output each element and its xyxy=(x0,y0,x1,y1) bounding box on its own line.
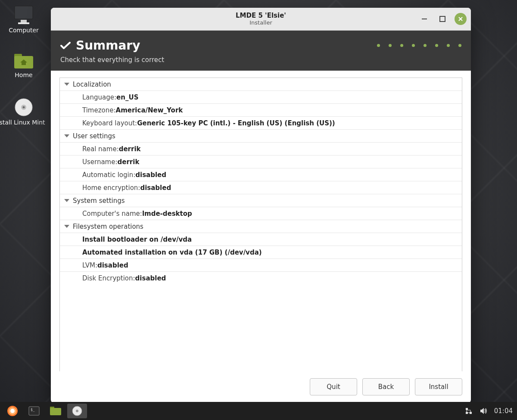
window-titlebar[interactable]: LMDE 5 'Elsie' Installer xyxy=(51,8,471,31)
summary-item-label: Username: xyxy=(82,158,118,166)
desktop-icons: Computer Home Install Linux Mint xyxy=(0,3,47,128)
step-dot xyxy=(389,44,392,47)
taskbar-app-firefox[interactable] xyxy=(3,404,22,418)
summary-item-value: disabled xyxy=(135,171,166,179)
group-row-system-settings[interactable]: System settings xyxy=(60,194,462,207)
files-icon xyxy=(50,406,62,416)
summary-item-value: Generic 105-key PC (intl.) - English (US… xyxy=(137,119,335,127)
svg-point-15 xyxy=(76,410,78,412)
summary-item: Automatic login: disabled xyxy=(60,168,462,181)
summary-item-value: derrik xyxy=(118,158,140,166)
svg-rect-2 xyxy=(18,22,29,24)
summary-item: Username: derrik xyxy=(60,156,462,168)
svg-point-9 xyxy=(10,409,15,413)
summary-item-label: Computer's name: xyxy=(82,210,142,218)
desktop-icon-install[interactable]: Install Linux Mint xyxy=(0,95,47,128)
page-title: Summary xyxy=(76,38,140,53)
svg-rect-16 xyxy=(466,408,468,410)
svg-point-7 xyxy=(23,106,25,109)
svg-rect-17 xyxy=(470,412,472,414)
summary-item: Real name: derrik xyxy=(60,143,462,156)
network-icon[interactable] xyxy=(465,407,473,415)
svg-text:$_: $_ xyxy=(31,408,35,412)
group-label: User settings xyxy=(73,132,115,140)
step-dot xyxy=(447,44,450,47)
desktop-icon-home[interactable]: Home xyxy=(0,50,47,81)
computer-icon xyxy=(13,5,34,25)
summary-item-label: Keyboard layout: xyxy=(82,119,137,127)
summary-item-label: Real name: xyxy=(82,145,119,153)
desktop-icon-label: Home xyxy=(0,72,47,78)
clock[interactable]: 01:04 xyxy=(494,407,513,415)
summary-line: Install bootloader on /dev/vda xyxy=(60,233,462,246)
disc-icon xyxy=(72,406,82,416)
step-dot xyxy=(412,44,415,47)
summary-item-value: disabled xyxy=(135,274,166,282)
window-subtitle: Installer xyxy=(236,19,286,26)
group-label: Filesystem operations xyxy=(73,223,143,230)
summary-item: Language: en_US xyxy=(60,91,462,104)
summary-item-label: LVM: xyxy=(82,261,97,269)
chevron-down-icon xyxy=(64,83,69,86)
summary-item-label: Language: xyxy=(82,93,116,101)
taskbar[interactable]: $_ 01:04 xyxy=(0,402,517,420)
taskbar-app-terminal[interactable]: $_ xyxy=(24,404,44,418)
chevron-down-icon xyxy=(64,134,69,137)
window-title-text: LMDE 5 'Elsie' Installer xyxy=(236,12,286,26)
step-dot xyxy=(377,44,380,47)
summary-item: Keyboard layout: Generic 105-key PC (int… xyxy=(60,117,462,130)
window-controls xyxy=(418,13,467,25)
summary-item: LVM: disabled xyxy=(60,259,462,272)
summary-item-value: disabled xyxy=(140,184,171,192)
firefox-icon xyxy=(7,405,18,417)
close-button[interactable] xyxy=(455,13,467,25)
maximize-button[interactable] xyxy=(436,13,448,25)
group-label: System settings xyxy=(73,197,125,205)
home-folder-icon xyxy=(13,53,34,70)
installer-window: LMDE 5 'Elsie' Installer Summary Check t… xyxy=(51,8,471,403)
volume-icon[interactable] xyxy=(480,407,487,415)
summary-header: Summary Check that everything is correct xyxy=(51,31,471,71)
svg-rect-0 xyxy=(15,6,33,19)
back-button[interactable]: Back xyxy=(362,378,410,395)
install-button[interactable]: Install xyxy=(415,378,462,395)
chevron-down-icon xyxy=(64,199,69,202)
summary-item: Disk Encryption: disabled xyxy=(60,272,462,285)
chevron-down-icon xyxy=(64,225,69,228)
svg-rect-13 xyxy=(50,408,61,415)
summary-line: Automated installation on vda (17 GB) (/… xyxy=(60,246,462,259)
taskbar-app-installer[interactable] xyxy=(67,404,87,418)
content-area: LocalizationLanguage: en_USTimezone: Ame… xyxy=(51,71,471,371)
taskbar-app-files[interactable] xyxy=(46,404,65,418)
group-row-localization[interactable]: Localization xyxy=(60,78,462,91)
minimize-button[interactable] xyxy=(418,13,430,25)
summary-item-label: Timezone: xyxy=(82,106,116,114)
page-subtitle: Check that everything is correct xyxy=(60,56,461,64)
summary-item-value: disabled xyxy=(97,261,128,269)
summary-item-label: Automatic login: xyxy=(82,171,135,179)
step-dot xyxy=(424,44,427,47)
window-title: LMDE 5 'Elsie' xyxy=(236,12,286,19)
terminal-icon: $_ xyxy=(28,406,40,416)
summary-item-label: Disk Encryption: xyxy=(82,274,135,282)
check-icon xyxy=(60,42,71,50)
disc-icon xyxy=(14,97,34,117)
step-indicator xyxy=(377,44,461,47)
group-label: Localization xyxy=(73,81,111,88)
desktop-icon-computer[interactable]: Computer xyxy=(0,3,47,36)
summary-item-label: Home encryption: xyxy=(82,184,140,192)
group-row-user-settings[interactable]: User settings xyxy=(60,130,462,143)
step-dot xyxy=(435,44,438,47)
summary-item-value: en_US xyxy=(116,93,138,101)
summary-item: Computer's name: lmde-desktop xyxy=(60,207,462,220)
svg-rect-1 xyxy=(21,20,27,22)
desktop-icon-label: Computer xyxy=(0,27,47,34)
step-dot xyxy=(458,44,461,47)
summary-item: Home encryption: disabled xyxy=(60,181,462,194)
group-row-filesystem-operations[interactable]: Filesystem operations xyxy=(60,220,462,233)
system-tray: 01:04 xyxy=(465,407,514,415)
summary-item: Timezone: America/New_York xyxy=(60,104,462,117)
summary-tree[interactable]: LocalizationLanguage: en_USTimezone: Ame… xyxy=(59,78,462,371)
quit-button[interactable]: Quit xyxy=(310,378,357,395)
desktop-icon-label: Install Linux Mint xyxy=(0,119,47,126)
